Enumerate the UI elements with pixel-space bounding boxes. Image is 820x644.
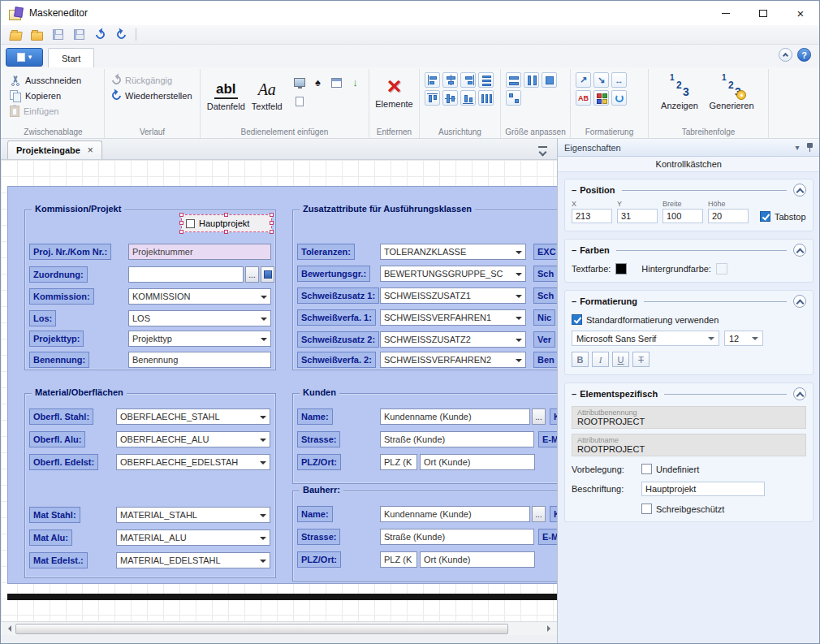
- align-center-icon[interactable]: [442, 72, 458, 88]
- oberflaeche-alu-dropdown[interactable]: OBERFLAECHE_ALU: [116, 431, 270, 447]
- bauherr-strasse-field[interactable]: Straße (Kunde): [380, 529, 534, 545]
- oberflaeche-edelstahl-dropdown[interactable]: OBERFLAECHE_EDELSTAH: [116, 454, 270, 470]
- group-kommission-projekt[interactable]: Kommission/Projekt Hauptprojekt: [24, 210, 276, 370]
- insert-page-button[interactable]: [291, 93, 308, 110]
- bewertungsgruppe-dropdown[interactable]: BEWERTUNGSGRUPPE_SC: [380, 266, 526, 282]
- hauptprojekt-checkbox-control[interactable]: Hauptprojekt: [181, 214, 272, 232]
- field-label[interactable]: Schweißzusatz 1:: [297, 287, 379, 304]
- format-text-button[interactable]: AB: [576, 90, 591, 106]
- collapse-section-button[interactable]: [793, 244, 806, 257]
- schweissverfahren2-dropdown[interactable]: SCHWEISSVERFAHREN2: [380, 352, 526, 368]
- clipped-label[interactable]: Kur: [550, 408, 557, 425]
- insert-symbol-button[interactable]: ♠: [309, 74, 326, 91]
- import-button[interactable]: ↓: [347, 74, 364, 91]
- scroll-right-button[interactable]: [543, 622, 557, 636]
- field-label[interactable]: Proj. Nr./Kom Nr.:: [29, 244, 111, 260]
- zuordnung-field[interactable]: [128, 266, 244, 283]
- selection-handle[interactable]: [179, 213, 183, 217]
- clipped-label[interactable]: Kur: [550, 506, 557, 522]
- cut-button[interactable]: Ausschneiden: [7, 72, 99, 88]
- selection-handle[interactable]: [270, 230, 274, 234]
- projekttyp-dropdown[interactable]: Projekttyp: [128, 331, 271, 347]
- undefiniert-checkbox[interactable]: [641, 464, 652, 474]
- bauherr-browse-button[interactable]: ...: [532, 506, 546, 522]
- open-button[interactable]: [7, 27, 24, 43]
- clipped-label[interactable]: Sch: [533, 266, 557, 282]
- x-input[interactable]: 213: [572, 209, 612, 223]
- kunden-plz-field[interactable]: PLZ (K: [380, 454, 417, 470]
- tab-order-show-button[interactable]: 1 2 3 Anzeigen: [654, 72, 706, 125]
- material-alu-dropdown[interactable]: MATERIAL_ALU: [116, 529, 270, 546]
- material-stahl-dropdown[interactable]: MATERIAL_STAHL: [116, 507, 270, 523]
- format-arrow-1-icon[interactable]: ↗: [576, 72, 591, 88]
- tabstop-checkbox[interactable]: [760, 211, 770, 222]
- close-button[interactable]: ×: [782, 1, 819, 25]
- field-label[interactable]: Kommission:: [29, 288, 94, 305]
- save-button[interactable]: [50, 27, 66, 43]
- form-bottom-edge[interactable]: [7, 594, 557, 600]
- field-label[interactable]: Mat Stahl:: [29, 507, 80, 523]
- bauherr-name-field[interactable]: Kundenname (Kunde): [380, 506, 530, 522]
- selection-handle[interactable]: [270, 221, 274, 225]
- scroll-left-button[interactable]: [1, 622, 15, 636]
- folder-button[interactable]: [28, 27, 45, 43]
- selection-handle[interactable]: [179, 230, 183, 234]
- font-family-select[interactable]: Microsoft Sans Serif: [572, 331, 719, 346]
- field-label[interactable]: Schweißverfa. 2:: [297, 352, 376, 368]
- align-bottom-icon[interactable]: [460, 90, 476, 106]
- schweissverfahren1-dropdown[interactable]: SCHWEISSVERFAHREN1: [380, 309, 526, 326]
- bold-button[interactable]: B: [572, 352, 589, 367]
- tab-start[interactable]: Start: [48, 48, 94, 67]
- font-size-select[interactable]: 12: [724, 331, 763, 346]
- underline-button[interactable]: U: [612, 352, 629, 367]
- kunden-ort-field[interactable]: Ort (Kunde): [420, 454, 535, 470]
- benennung-field[interactable]: Benennung: [128, 352, 271, 368]
- strikethrough-button[interactable]: T: [632, 352, 650, 367]
- same-size-icon[interactable]: [542, 72, 557, 88]
- form-surface[interactable]: Kommission/Projekt Hauptprojekt: [7, 186, 557, 584]
- schweisszusatz1-dropdown[interactable]: SCHWEISSZUSATZ1: [380, 287, 526, 304]
- y-input[interactable]: 31: [617, 209, 658, 223]
- align-top-icon[interactable]: [425, 90, 440, 106]
- projektnummer-field[interactable]: Projektnummer: [128, 244, 271, 260]
- selection-handle[interactable]: [179, 221, 183, 225]
- distribute-vertical-icon[interactable]: [478, 72, 494, 88]
- align-left-icon[interactable]: [425, 72, 440, 88]
- redo-button[interactable]: [113, 27, 129, 43]
- breite-input[interactable]: 100: [662, 209, 703, 223]
- insert-screenshot-button[interactable]: [291, 74, 308, 91]
- designer-canvas[interactable]: Kommission/Projekt Hauptprojekt: [1, 160, 557, 621]
- color-palette-icon[interactable]: [593, 90, 609, 106]
- datenfeld-button[interactable]: abl Datenfeld: [205, 72, 247, 111]
- field-label[interactable]: Name:: [297, 408, 333, 425]
- field-label[interactable]: Oberfl. Edelst:: [29, 454, 98, 470]
- same-height-icon[interactable]: [524, 72, 539, 88]
- format-arrow-3-icon[interactable]: ↔: [611, 72, 627, 88]
- field-label[interactable]: Mat Alu:: [29, 529, 72, 546]
- los-dropdown[interactable]: LOS: [128, 310, 271, 326]
- group-kunden[interactable]: Kunden Name: Kundenname (Kunde) ... Kur …: [292, 393, 557, 484]
- zuordnung-lookup-button[interactable]: [261, 266, 274, 283]
- field-label[interactable]: Bewertungsgr.:: [297, 266, 370, 282]
- kunden-browse-button[interactable]: ...: [532, 408, 546, 425]
- align-middle-icon[interactable]: [442, 90, 458, 106]
- bauherr-plz-field[interactable]: PLZ (K: [380, 551, 417, 568]
- field-label[interactable]: Oberfl. Alu:: [29, 431, 85, 447]
- field-label[interactable]: Strasse:: [297, 431, 340, 447]
- field-label[interactable]: Los:: [29, 310, 56, 326]
- refresh-format-button[interactable]: [611, 90, 627, 106]
- help-button[interactable]: ?: [797, 48, 811, 62]
- schreibgeschuetzt-checkbox[interactable]: [641, 504, 652, 514]
- background-color-swatch[interactable]: [716, 263, 727, 274]
- clipped-label[interactable]: E-M: [538, 529, 557, 545]
- collapse-ribbon-button[interactable]: [779, 48, 792, 62]
- selection-handle[interactable]: [270, 213, 274, 217]
- collapse-section-button[interactable]: [793, 387, 806, 400]
- bauherr-ort-field[interactable]: Ort (Kunde): [420, 551, 535, 568]
- group-material-oberflaechen[interactable]: Material/Oberflächen Oberfl. Stahl: OBER…: [24, 393, 276, 578]
- field-label[interactable]: Benennung:: [29, 352, 89, 368]
- field-label[interactable]: Toleranzen:: [297, 244, 355, 260]
- collapse-section-button[interactable]: [793, 295, 806, 308]
- field-label[interactable]: Name:: [297, 506, 333, 522]
- tab-overflow-icon[interactable]: [538, 146, 547, 155]
